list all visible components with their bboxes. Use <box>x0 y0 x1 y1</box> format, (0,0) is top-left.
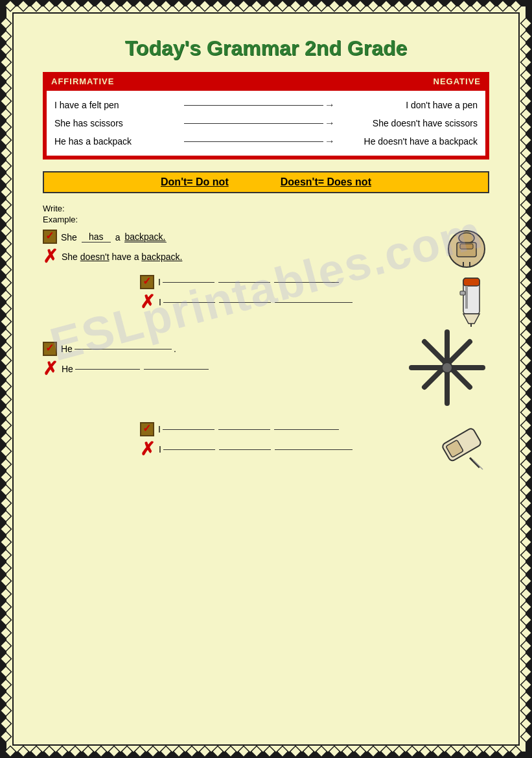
svg-rect-181 <box>521 563 532 574</box>
svg-rect-93 <box>1 148 12 159</box>
example-label: Example: <box>43 215 489 224</box>
svg-rect-89 <box>1 96 12 107</box>
exercise-2-aff-row: He . <box>43 342 399 356</box>
x-icon-3: ✗ <box>140 440 155 458</box>
svg-rect-48 <box>70 746 81 757</box>
svg-rect-125 <box>1 563 12 574</box>
x-icon-2: ✗ <box>43 360 58 378</box>
svg-rect-45 <box>31 746 42 757</box>
svg-rect-206 <box>460 291 465 295</box>
negative-2: She doesn't have scissors <box>335 118 478 128</box>
svg-rect-67 <box>316 746 327 757</box>
svg-rect-166 <box>521 368 532 379</box>
svg-rect-167 <box>521 381 532 392</box>
svg-rect-169 <box>521 407 532 418</box>
svg-rect-71 <box>368 746 379 757</box>
exercise-1-aff-start: I <box>158 277 161 287</box>
svg-rect-11 <box>109 1 120 12</box>
blank-2a <box>75 349 172 349</box>
svg-rect-9 <box>83 1 94 12</box>
svg-rect-36 <box>433 1 444 12</box>
exercise-1-neg-start: I <box>159 297 161 307</box>
svg-rect-111 <box>1 381 12 392</box>
svg-rect-165 <box>521 355 532 366</box>
arrow-1: → <box>325 99 335 111</box>
svg-rect-55 <box>161 746 172 757</box>
arrow-line-3: → <box>184 136 335 147</box>
svg-rect-75 <box>420 746 431 757</box>
svg-rect-146 <box>521 109 532 120</box>
svg-rect-50 <box>96 746 107 757</box>
backpack-image <box>444 226 489 271</box>
exercise-1-rows: I ✗ I <box>140 275 447 315</box>
svg-rect-44 <box>18 746 29 757</box>
svg-rect-152 <box>521 187 532 198</box>
svg-rect-58 <box>200 746 211 757</box>
svg-rect-65 <box>290 746 301 757</box>
svg-rect-78 <box>459 746 470 757</box>
svg-rect-115 <box>1 433 12 444</box>
svg-rect-52 <box>122 746 133 757</box>
blank-1b <box>218 282 270 283</box>
blank-1d <box>163 302 215 303</box>
svg-rect-20 <box>226 1 237 12</box>
svg-rect-189 <box>521 667 532 678</box>
svg-rect-74 <box>407 746 418 757</box>
blank-3f <box>275 449 353 450</box>
write-section: Write: Example: She has a backpack. ✗ Sh… <box>43 204 489 409</box>
svg-rect-34 <box>407 1 418 12</box>
example-neg-text: She doesn't have a backpack. <box>62 252 182 262</box>
affirmative-3: He has a backpack <box>54 136 184 147</box>
svg-rect-81 <box>498 746 509 757</box>
grammar-row-1: I have a felt pen → I don't have a pen <box>54 96 478 114</box>
svg-rect-23 <box>264 1 275 12</box>
svg-rect-172 <box>521 446 532 457</box>
svg-rect-108 <box>1 342 12 353</box>
scissors-image <box>405 329 489 409</box>
grammar-table-header: AFFIRMATIVE NEGATIVE <box>45 74 487 89</box>
svg-rect-155 <box>521 226 532 237</box>
svg-rect-193 <box>521 718 532 729</box>
svg-rect-70 <box>355 746 366 757</box>
svg-rect-180 <box>521 550 532 561</box>
svg-rect-142 <box>521 57 532 68</box>
svg-rect-190 <box>521 680 532 691</box>
svg-rect-4 <box>18 1 29 12</box>
example-aff-text: She has a backpack. <box>61 231 168 243</box>
svg-rect-31 <box>368 1 379 12</box>
doesnt-text: doesn't <box>80 252 110 262</box>
svg-rect-141 <box>521 44 532 55</box>
svg-rect-99 <box>1 226 12 237</box>
svg-rect-178 <box>521 524 532 535</box>
svg-rect-194 <box>521 731 532 742</box>
svg-rect-68 <box>329 746 340 757</box>
svg-rect-107 <box>1 329 12 340</box>
svg-rect-156 <box>521 239 532 250</box>
exercise-2-neg-start: He <box>62 364 73 374</box>
exercise-2-neg-row: ✗ He <box>43 360 399 378</box>
blank-3a <box>163 429 214 430</box>
svg-rect-159 <box>521 278 532 289</box>
svg-rect-39 <box>472 1 483 12</box>
svg-rect-64 <box>277 746 288 757</box>
blank-1a <box>163 282 214 283</box>
negative-1: I don't have a pen <box>335 100 478 110</box>
svg-rect-15 <box>161 1 172 12</box>
svg-rect-17 <box>187 1 198 12</box>
svg-rect-188 <box>521 654 532 665</box>
svg-rect-54 <box>148 746 159 757</box>
doesnt-contraction: Doesn't= Does not <box>281 176 371 188</box>
svg-rect-135 <box>1 693 12 704</box>
svg-rect-69 <box>342 746 353 757</box>
svg-rect-110 <box>1 368 12 379</box>
svg-rect-160 <box>521 290 532 302</box>
svg-rect-183 <box>521 589 532 600</box>
svg-rect-123 <box>1 537 12 548</box>
svg-rect-179 <box>521 537 532 548</box>
svg-rect-92 <box>1 135 12 146</box>
svg-rect-150 <box>521 161 532 172</box>
svg-point-196 <box>459 233 474 243</box>
svg-rect-173 <box>521 459 532 470</box>
svg-rect-168 <box>521 394 532 405</box>
svg-rect-149 <box>521 148 532 159</box>
